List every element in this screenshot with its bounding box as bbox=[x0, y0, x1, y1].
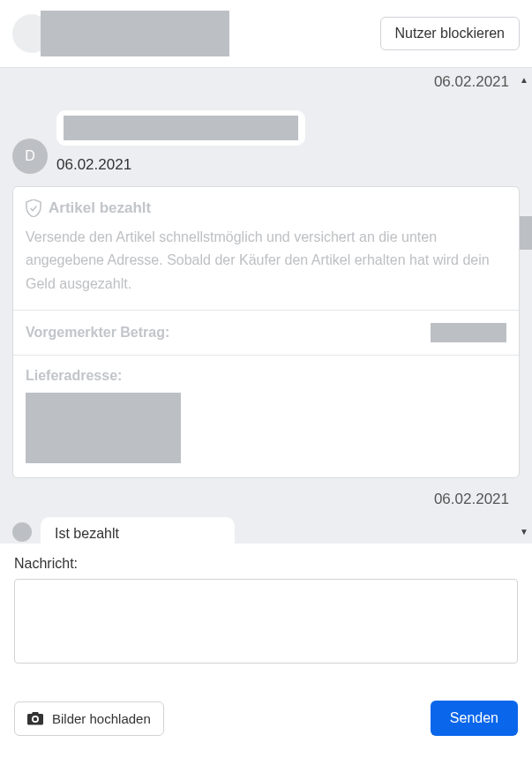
scrollbar-thumb[interactable] bbox=[520, 216, 532, 250]
scroll-down-arrow-icon[interactable]: ▼ bbox=[520, 527, 528, 536]
send-button[interactable]: Senden bbox=[431, 701, 518, 736]
camera-icon bbox=[27, 712, 43, 725]
amount-redacted bbox=[431, 323, 506, 342]
card-description: Versende den Artikel schnellstmöglich un… bbox=[26, 226, 506, 296]
address-section: Lieferadresse: bbox=[13, 355, 519, 477]
block-user-button[interactable]: Nutzer blockieren bbox=[380, 17, 521, 50]
message-bubble bbox=[56, 110, 305, 146]
message-input[interactable] bbox=[14, 579, 518, 664]
header-user bbox=[12, 11, 229, 56]
amount-row: Vorgemerkter Betrag: bbox=[13, 310, 519, 355]
message-row: D 06.02.2021 bbox=[0, 94, 532, 174]
scroll-up-arrow-icon[interactable]: ▲ bbox=[520, 75, 528, 85]
user-name-redacted bbox=[41, 11, 229, 56]
amount-label: Vorgemerkter Betrag: bbox=[26, 325, 169, 341]
card-title: Artikel bezahlt bbox=[49, 199, 151, 217]
payment-system-card: Artikel bezahlt Versende den Artikel sch… bbox=[12, 186, 520, 478]
sender-avatar[interactable] bbox=[12, 522, 32, 542]
chat-scroll-area: ▲ ▼ 06.02.2021 D 06.02.2021 Artikel beza… bbox=[0, 67, 532, 544]
message-text: Ist bezahlt bbox=[55, 526, 119, 541]
message-content-redacted bbox=[64, 116, 298, 140]
shield-check-icon bbox=[26, 199, 41, 217]
chat-header: Nutzer blockieren bbox=[0, 0, 532, 67]
address-label: Lieferadresse: bbox=[26, 368, 506, 384]
sender-avatar[interactable]: D bbox=[12, 139, 48, 174]
upload-label: Bilder hochladen bbox=[52, 711, 151, 726]
compose-area: Nachricht: Bilder hochladen Senden bbox=[0, 544, 532, 748]
upload-images-button[interactable]: Bilder hochladen bbox=[14, 701, 164, 736]
message-bubble: Ist bezahlt bbox=[41, 517, 235, 544]
date-separator: 06.02.2021 bbox=[0, 68, 532, 94]
message-timestamp: 06.02.2021 bbox=[56, 156, 520, 174]
message-input-label: Nachricht: bbox=[14, 556, 518, 572]
address-redacted bbox=[26, 393, 181, 463]
message-row: Ist bezahlt bbox=[0, 514, 532, 544]
date-separator: 06.02.2021 bbox=[0, 478, 532, 514]
